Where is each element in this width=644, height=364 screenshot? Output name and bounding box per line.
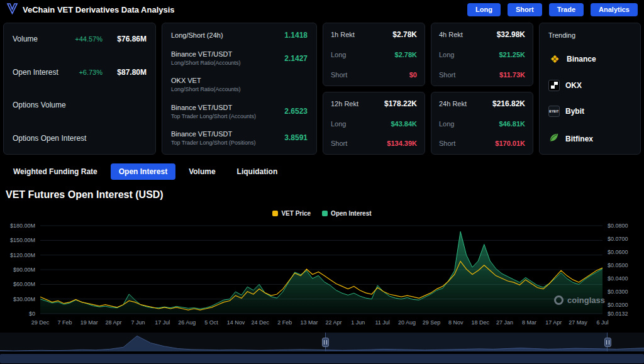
- svg-text:7 Jun: 7 Jun: [131, 319, 145, 326]
- svg-text:$150.00M: $150.00M: [10, 237, 35, 243]
- ratio-sublabel: Top Trader Long/Short (Positions): [171, 139, 256, 146]
- trending-item-binance[interactable]: ❖ Binance: [548, 54, 631, 65]
- svg-text:29 Sep: 29 Sep: [423, 319, 441, 326]
- rekt-total: $2.78K: [392, 30, 417, 39]
- ratio-sublabel: Top Trader Long/Short (Accounts): [171, 113, 256, 120]
- navigator-right-handle-icon[interactable]: [604, 338, 611, 347]
- svg-text:1 Jun: 1 Jun: [351, 319, 365, 326]
- bottom-scrollbar[interactable]: [0, 354, 644, 363]
- trending-item-bybit[interactable]: BYBIT Bybit: [548, 106, 631, 117]
- ratio-value: 2.6523: [284, 107, 308, 116]
- rekt-short-label: Short: [331, 71, 347, 79]
- svg-text:$120.00M: $120.00M: [10, 252, 35, 258]
- rekt-total: $216.82K: [492, 99, 525, 108]
- legend-vet-price[interactable]: VET Price: [272, 210, 311, 217]
- svg-text:27 May: 27 May: [569, 319, 587, 326]
- rekt-long-value: $2.78K: [395, 51, 417, 58]
- ratio-sublabel: Long/Short Ratio(Accounts): [171, 59, 241, 67]
- svg-text:$180.00M: $180.00M: [10, 223, 35, 229]
- long-button[interactable]: Long: [467, 3, 501, 16]
- svg-text:$0.0200: $0.0200: [608, 302, 628, 308]
- tab-open-interest[interactable]: Open Interest: [111, 163, 175, 180]
- navigator-left-handle-icon[interactable]: [322, 338, 329, 347]
- legend-label: VET Price: [281, 210, 311, 217]
- short-button[interactable]: Short: [508, 3, 542, 16]
- svg-text:$0.0300: $0.0300: [608, 289, 628, 295]
- chart-canvas[interactable]: $180.00M$150.00M$120.00M$90.00M$60.00M$3…: [0, 219, 644, 328]
- svg-text:11 Jul: 11 Jul: [375, 319, 390, 326]
- svg-text:$0.0400: $0.0400: [608, 275, 628, 282]
- rekt-short-value: $0: [409, 71, 417, 79]
- ratio-row: Binance VET/USDTTop Trader Long/Short (P…: [171, 130, 308, 146]
- open-interest-chart[interactable]: $180.00M$150.00M$120.00M$90.00M$60.00M$3…: [0, 219, 644, 328]
- svg-text:29 Dec: 29 Dec: [31, 319, 50, 326]
- app-header: VeChain VET Derivatives Data Analysis Lo…: [0, 0, 644, 19]
- chart-range-navigator[interactable]: [0, 333, 644, 351]
- volume-row: Volume +44.57% $76.86M: [13, 35, 147, 43]
- svg-text:28 Apr: 28 Apr: [106, 319, 122, 326]
- navigator-selected-range[interactable]: [325, 333, 608, 351]
- rekt-title: 24h Rekt: [439, 100, 467, 108]
- svg-text:18 Dec: 18 Dec: [471, 319, 489, 326]
- rekt-title: 4h Rekt: [439, 31, 463, 38]
- rekt-card-24h: 24h Rekt$216.82K Long$46.81K Short$170.0…: [431, 92, 533, 155]
- svg-text:$0.0700: $0.0700: [608, 236, 628, 242]
- rekt-long-value: $43.84K: [391, 120, 417, 128]
- binance-icon: ❖: [548, 54, 561, 65]
- svg-text:24 Dec: 24 Dec: [252, 319, 270, 326]
- trending-item-label: Bitfinex: [565, 135, 593, 143]
- analytics-button[interactable]: Analytics: [591, 3, 638, 16]
- options-open-interest-label: Options Open Interest: [13, 134, 103, 143]
- ratio-value: 2.1427: [284, 54, 308, 63]
- trending-item-label: OKX: [565, 81, 582, 90]
- svg-text:17 Jul: 17 Jul: [155, 319, 170, 326]
- open-interest-label: Open Interest: [13, 68, 79, 77]
- svg-text:22 Apr: 22 Apr: [325, 319, 341, 326]
- svg-text:8 Nov: 8 Nov: [448, 319, 464, 326]
- svg-text:19 Mar: 19 Mar: [80, 319, 98, 326]
- open-interest-swatch-icon: [322, 211, 328, 216]
- rekt-long-label: Long: [331, 51, 346, 58]
- svg-text:27 Jan: 27 Jan: [496, 319, 513, 326]
- rekt-long-label: Long: [439, 120, 454, 128]
- svg-text:2 Feb: 2 Feb: [277, 319, 292, 326]
- legend-label: Open Interest: [331, 210, 371, 217]
- rekt-card-12h: 12h Rekt$178.22K Long$43.84K Short$134.3…: [323, 92, 425, 155]
- rekt-total: $32.98K: [497, 30, 525, 39]
- watermark-text: coinglass: [567, 295, 605, 305]
- tab-liquidation[interactable]: Liquidation: [229, 163, 286, 180]
- options-volume-row: Options Volume: [13, 101, 147, 109]
- ratio-label: Binance VET/USDT: [171, 130, 256, 139]
- svg-text:17 Apr: 17 Apr: [545, 319, 562, 326]
- coinglass-logo-icon: [554, 295, 564, 305]
- ratio-label: OKX VET: [171, 76, 241, 85]
- trending-item-okx[interactable]: OKX: [548, 80, 631, 91]
- tab-volume[interactable]: Volume: [180, 163, 223, 180]
- stats-cards-row: Volume +44.57% $76.86M Open Interest +6.…: [0, 19, 644, 155]
- svg-text:$90.00M: $90.00M: [13, 267, 35, 273]
- svg-text:14 Nov: 14 Nov: [227, 319, 245, 326]
- long-short-ratios-card: Long/Short (24h) 1.1418 Binance VET/USDT…: [162, 23, 317, 155]
- bitfinex-leaf-icon: [548, 132, 560, 146]
- volume-change: +44.57%: [75, 35, 103, 43]
- trade-button[interactable]: Trade: [549, 3, 584, 16]
- trending-card: Trending ❖ Binance OKX BYBIT Bybit Bitfi…: [539, 23, 641, 155]
- svg-text:$0.0500: $0.0500: [608, 262, 628, 268]
- rekt-short-label: Short: [331, 140, 347, 147]
- svg-text:20 Aug: 20 Aug: [398, 319, 416, 326]
- legend-open-interest[interactable]: Open Interest: [322, 210, 371, 217]
- rekt-short-value: $11.73K: [499, 71, 525, 79]
- svg-text:5 Oct: 5 Oct: [204, 319, 218, 326]
- trending-item-bitfinex[interactable]: Bitfinex: [548, 132, 631, 146]
- svg-text:$30.00M: $30.00M: [13, 296, 35, 302]
- market-overview-card: Volume +44.57% $76.86M Open Interest +6.…: [3, 23, 156, 155]
- rekt-long-value: $21.25K: [499, 51, 525, 58]
- chart-legend: VET Price Open Interest: [0, 209, 644, 218]
- open-interest-change: +6.73%: [79, 69, 103, 76]
- ratio-label: Long/Short (24h): [171, 31, 223, 40]
- page-title: VeChain VET Derivatives Data Analysis: [23, 5, 175, 14]
- ratio-value: 3.8591: [284, 133, 308, 142]
- svg-text:13 Mar: 13 Mar: [301, 319, 318, 326]
- options-open-interest-row: Options Open Interest: [13, 134, 147, 143]
- tab-weighted-funding-rate[interactable]: Weighted Funding Rate: [5, 163, 106, 180]
